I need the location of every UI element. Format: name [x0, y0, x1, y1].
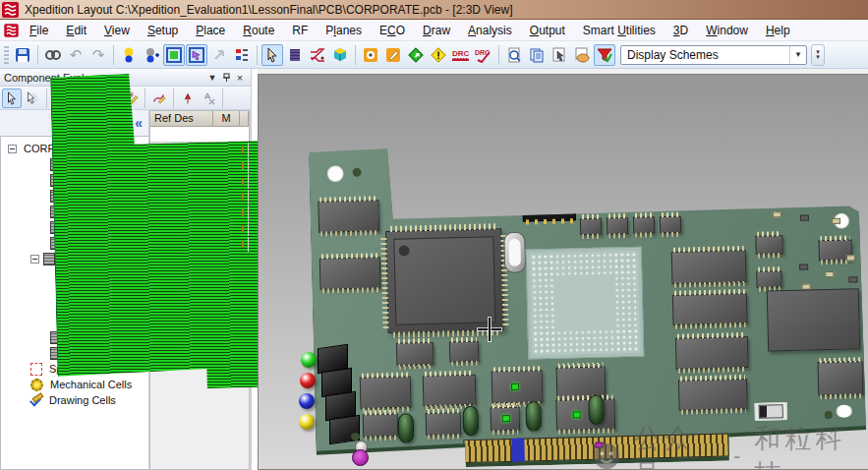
- doc-edit-icon[interactable]: [382, 44, 404, 66]
- app-icon[interactable]: [4, 24, 18, 37]
- menu-route[interactable]: Route: [235, 22, 282, 39]
- menu-rf[interactable]: RF: [284, 22, 316, 39]
- select-cursor-icon[interactable]: [261, 44, 283, 66]
- soic-chip[interactable]: [318, 200, 379, 233]
- online-drc-icon[interactable]: [405, 44, 427, 66]
- soic-chip[interactable]: [675, 336, 749, 370]
- passive[interactable]: [832, 218, 840, 224]
- 3d-viewport[interactable]: 公众号 - 和粒科技: [258, 74, 868, 470]
- menu-output[interactable]: Output: [522, 22, 573, 39]
- passive[interactable]: [825, 271, 834, 277]
- review-doc-icon[interactable]: [503, 44, 525, 66]
- menu-smart-utilities[interactable]: Smart Utilities: [575, 22, 664, 39]
- highlight-add-icon[interactable]: [141, 44, 162, 66]
- collapse-box[interactable]: [30, 255, 39, 264]
- passive[interactable]: [800, 214, 809, 220]
- tree-item-corporate[interactable]: CORPORATE: [1, 141, 148, 156]
- save-button[interactable]: [12, 44, 33, 66]
- tree-item-drawing-cells[interactable]: Drawing Cells: [1, 392, 148, 408]
- soic-chip[interactable]: [671, 250, 747, 284]
- collapse-box[interactable]: [8, 145, 17, 153]
- pcb-board[interactable]: [309, 137, 867, 470]
- explorer-multi-select-icon[interactable]: [23, 88, 42, 108]
- menu-3d[interactable]: 3D: [665, 22, 696, 39]
- soic-chip[interactable]: [818, 361, 864, 395]
- menu-place[interactable]: Place: [188, 22, 233, 39]
- display-control-icon[interactable]: [163, 44, 185, 66]
- sot-chip[interactable]: [660, 216, 681, 234]
- menu-help[interactable]: Help: [758, 22, 798, 39]
- explorer-place-icon[interactable]: [178, 88, 198, 108]
- passive[interactable]: [848, 276, 857, 282]
- copy-docs-icon[interactable]: [526, 44, 548, 66]
- tantalum-capacitor[interactable]: [755, 402, 787, 421]
- select-doc-icon[interactable]: [549, 44, 570, 66]
- drc-window-icon[interactable]: DRC: [450, 44, 472, 66]
- soic-chip[interactable]: [363, 414, 399, 438]
- led-red[interactable]: [300, 373, 316, 388]
- doc-settings-icon[interactable]: [360, 44, 381, 66]
- sot-chip[interactable]: [580, 218, 602, 236]
- led-yellow[interactable]: [299, 414, 315, 430]
- menu-setup[interactable]: Setup: [140, 22, 186, 39]
- panel-pin-icon[interactable]: [219, 71, 233, 85]
- place-part-icon[interactable]: [284, 44, 306, 66]
- soic-chip[interactable]: [396, 342, 434, 366]
- route-nets-icon[interactable]: [307, 44, 328, 66]
- soic-chip[interactable]: [423, 375, 477, 406]
- sot-chip[interactable]: [755, 235, 782, 255]
- flat-chip[interactable]: [767, 288, 860, 351]
- soic-chip[interactable]: [449, 341, 480, 363]
- sot-chip[interactable]: [607, 217, 628, 235]
- soic-chip[interactable]: [426, 412, 462, 436]
- led-blue[interactable]: [299, 393, 315, 409]
- capacitor-cylinder[interactable]: [463, 406, 480, 436]
- toolbar-grip[interactable]: [4, 46, 9, 64]
- collapse-panel-icon[interactable]: «: [135, 115, 141, 131]
- warning-icon[interactable]: [428, 44, 449, 66]
- menu-window[interactable]: Window: [698, 22, 756, 39]
- menu-eco[interactable]: ECO: [372, 22, 413, 39]
- explorer-select-icon[interactable]: [2, 88, 22, 108]
- sot-chip[interactable]: [633, 216, 655, 234]
- hand-doc-icon[interactable]: [571, 44, 593, 66]
- explorer-unplace-icon[interactable]: [199, 88, 218, 108]
- toolbar-overflow-icon[interactable]: ▾▾: [811, 44, 825, 66]
- capacitor-cylinder[interactable]: [398, 413, 415, 442]
- capacitor-cylinder[interactable]: [525, 401, 542, 431]
- crystal-oscillator[interactable]: [503, 232, 526, 274]
- col-clipped[interactable]: [240, 111, 249, 127]
- led-green[interactable]: [301, 352, 317, 368]
- draw-3d-icon[interactable]: [329, 44, 351, 66]
- combo-dropdown-icon[interactable]: ▼: [789, 46, 806, 64]
- soic-chip[interactable]: [360, 376, 412, 408]
- col-refdes[interactable]: Ref Des: [150, 111, 213, 127]
- display-schemes-combo[interactable]: Display Schemes ▼: [620, 45, 807, 65]
- filter-icon[interactable]: [594, 44, 615, 66]
- panel-menu-icon[interactable]: ▼: [205, 71, 219, 85]
- menu-draw[interactable]: Draw: [415, 22, 458, 39]
- soic-chip[interactable]: [555, 398, 615, 430]
- find-icon[interactable]: [42, 44, 64, 66]
- highlight-on-icon[interactable]: [118, 44, 140, 66]
- menu-edit[interactable]: Edit: [58, 22, 94, 39]
- soic-chip[interactable]: [319, 257, 381, 290]
- link-icon[interactable]: [208, 44, 230, 66]
- bga-land-pattern[interactable]: [526, 247, 645, 360]
- col-m[interactable]: M: [213, 111, 240, 127]
- menu-analysis[interactable]: Analysis: [460, 22, 520, 39]
- menu-view[interactable]: View: [96, 22, 138, 39]
- soic-chip[interactable]: [672, 293, 748, 325]
- redo-icon[interactable]: ↷: [87, 44, 109, 66]
- table-filter-row[interactable]: [150, 127, 249, 143]
- passive[interactable]: [799, 264, 808, 270]
- order-list-icon[interactable]: [231, 44, 253, 66]
- explorer-edit-route-icon[interactable]: [149, 88, 169, 108]
- top-connector[interactable]: [522, 185, 576, 221]
- undo-icon[interactable]: ↶: [65, 44, 87, 66]
- passive[interactable]: [846, 255, 855, 261]
- menu-file[interactable]: File: [22, 22, 56, 39]
- tree-item-mechanical-cells[interactable]: Mechanical Cells: [1, 377, 148, 392]
- soic-chip[interactable]: [678, 379, 748, 411]
- sot-chip[interactable]: [756, 270, 781, 288]
